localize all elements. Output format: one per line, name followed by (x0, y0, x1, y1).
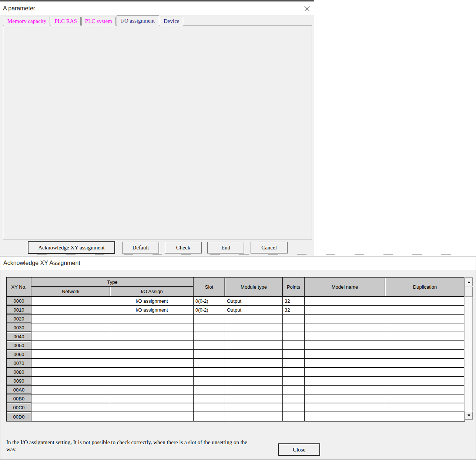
module-type-cell (225, 359, 283, 367)
model-name-cell (305, 394, 385, 403)
xy-no-cell: 0000 (7, 297, 31, 305)
type-column-header: Type (31, 278, 194, 287)
close-button[interactable]: Close (278, 444, 320, 456)
io-assign-cell (110, 412, 194, 421)
points-cell (283, 350, 305, 358)
default-button[interactable]: Default (122, 242, 159, 253)
slot-cell (194, 412, 225, 421)
module-type-cell (225, 368, 283, 376)
xy-table-row: 0010I/O assignment0(0-2)Output32 (7, 306, 465, 315)
duplication-cell (385, 332, 465, 340)
slot-cell (194, 350, 225, 358)
module-type-cell (225, 341, 283, 349)
xy-table-row: 0020 (7, 315, 465, 323)
tab-label: Device (164, 18, 179, 24)
scrollbar-thumb[interactable] (465, 286, 473, 297)
tab-plc-system[interactable]: PLC system (81, 17, 116, 26)
tab-label: PLC system (85, 18, 112, 24)
io-assignment-tab-panel (3, 25, 312, 239)
model-name-cell (305, 403, 385, 412)
tab-memory-capacity[interactable]: Memory capacity (4, 17, 50, 26)
module-type-cell (225, 323, 283, 332)
xy-no-cell: 0060 (7, 350, 31, 358)
slot-cell (194, 403, 225, 412)
param-dialog-titlebar: A parameter (0, 1, 314, 15)
points-cell: 32 (283, 306, 305, 314)
close-icon[interactable] (303, 5, 311, 12)
duplication-cell (385, 323, 465, 332)
io-assign-column-header: I/O Assign (110, 287, 194, 296)
xy-no-cell: 0070 (7, 359, 31, 367)
param-dialog-title: A parameter (0, 5, 35, 12)
module-type-cell (225, 377, 283, 385)
duplication-column-header: Duplication (385, 278, 465, 296)
model-name-cell (305, 368, 385, 376)
cancel-button[interactable]: Cancel (251, 242, 288, 253)
duplication-cell (385, 377, 465, 385)
duplication-cell (385, 386, 465, 394)
end-button[interactable]: End (207, 242, 244, 253)
duplication-cell (385, 341, 465, 349)
up-arrow-icon (467, 281, 470, 283)
xy-table-row: 0090 (7, 377, 465, 386)
tab-label: PLC RAS (54, 18, 77, 24)
module-type-cell (225, 332, 283, 340)
io-assign-cell (110, 359, 194, 367)
model-name-cell (305, 315, 385, 323)
module-type-cell (225, 315, 283, 323)
duplication-cell (385, 350, 465, 358)
xy-no-cell: 0010 (7, 306, 31, 314)
xy-assignment-table: XY No. Type Network I/O Assign Slot Modu… (6, 277, 465, 422)
slot-cell (194, 394, 225, 403)
duplication-cell (385, 315, 465, 323)
slot-cell (194, 332, 225, 340)
module-type-cell (225, 386, 283, 394)
tab-plc-ras[interactable]: PLC RAS (51, 17, 80, 26)
points-cell (283, 403, 305, 412)
acknowledge-xy-assignment-button[interactable]: Acknowledge XY assignment (28, 242, 115, 253)
io-assign-cell (110, 332, 194, 340)
slot-cell (194, 341, 225, 349)
xy-table-header: XY No. Type Network I/O Assign Slot Modu… (7, 278, 465, 297)
background-window-remnant (37, 254, 463, 255)
io-assign-cell (110, 403, 194, 412)
points-cell (283, 341, 305, 349)
xy-no-cell: 0050 (7, 341, 31, 349)
xy-table-row: 00A0 (7, 386, 465, 394)
module-type-cell (225, 403, 283, 412)
slot-cell (194, 368, 225, 376)
down-arrow-icon (467, 414, 470, 416)
check-button[interactable]: Check (165, 242, 202, 253)
points-cell: 32 (283, 297, 305, 305)
slot-cell (194, 386, 225, 394)
network-cell (31, 323, 110, 332)
ack-dialog-title: Acknowledge XY Assignment (0, 260, 80, 266)
points-column-header: Points (283, 278, 305, 296)
model-name-cell (305, 386, 385, 394)
xy-table-row: 0040 (7, 332, 465, 341)
ack-dialog-note: In the I/O assignment setting, It is not… (6, 439, 257, 453)
scrollbar-down-button[interactable] (465, 411, 473, 420)
duplication-cell (385, 306, 465, 314)
screen: A parameter Memory capacityPLC RASPLC sy… (0, 0, 476, 460)
xy-no-cell: 00A0 (7, 386, 31, 394)
network-cell (31, 368, 110, 376)
network-cell (31, 332, 110, 340)
points-cell (283, 412, 305, 421)
tab-device[interactable]: Device (160, 17, 183, 26)
network-cell (31, 306, 110, 314)
scrollbar-up-button[interactable] (465, 278, 473, 286)
points-cell (283, 332, 305, 340)
slot-cell (194, 359, 225, 367)
network-cell (31, 386, 110, 394)
model-name-cell (305, 412, 385, 421)
points-cell (283, 377, 305, 385)
io-assign-cell: I/O assignment (110, 306, 194, 314)
module-type-cell (225, 394, 283, 403)
tab-i-o-assignment[interactable]: I/O assignment (117, 15, 159, 26)
io-assign-cell (110, 341, 194, 349)
xy-table-scrollbar[interactable] (464, 277, 473, 420)
module-type-cell (225, 350, 283, 358)
xy-no-cell: 0020 (7, 315, 31, 323)
network-cell (31, 394, 110, 403)
